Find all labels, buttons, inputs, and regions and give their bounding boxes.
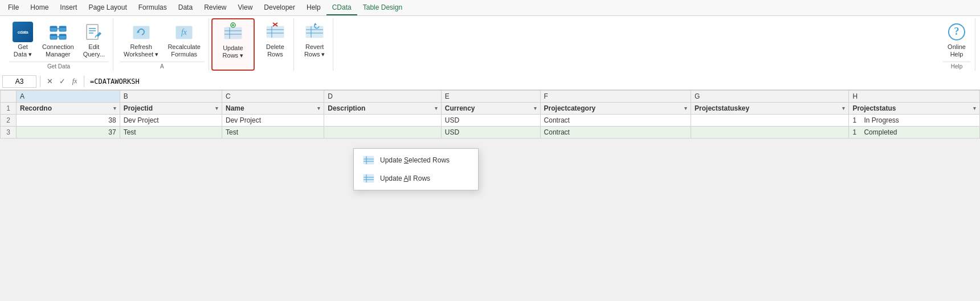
table-row: 2 38 Dev Project Dev Project USD Contrac… bbox=[1, 115, 980, 127]
formula-bar: ✕ ✓ fx bbox=[0, 73, 980, 90]
get-data-group: cdata GetData ▾ bbox=[5, 18, 113, 71]
cell-F1[interactable]: Projectcategory ▾ bbox=[540, 103, 691, 115]
svg-text:fx: fx bbox=[181, 28, 187, 36]
connection-manager-icon bbox=[48, 22, 68, 42]
delete-rows-button[interactable]: DeleteRows bbox=[262, 19, 289, 60]
svg-rect-8 bbox=[59, 34, 66, 36]
cell-F2[interactable]: Contract bbox=[540, 115, 691, 127]
delete-rows-group: DeleteRows bbox=[257, 18, 294, 71]
delete-rows-icon bbox=[265, 22, 285, 42]
ribbon-spacer bbox=[336, 18, 936, 71]
cell-G1[interactable]: Projectstatuskey ▾ bbox=[691, 103, 849, 115]
revert-rows-icon bbox=[304, 22, 325, 42]
svg-rect-1 bbox=[50, 26, 57, 28]
online-help-button[interactable]: ? OnlineHelp bbox=[943, 19, 970, 60]
cell-E3[interactable]: USD bbox=[441, 127, 540, 139]
svg-marker-36 bbox=[314, 23, 317, 25]
table-header-row: 1 Recordno ▾ Projectid ▾ Name ▾ Descript… bbox=[1, 103, 980, 115]
svg-rect-19 bbox=[224, 27, 242, 39]
col-header-H[interactable]: H bbox=[849, 91, 980, 103]
confirm-icon[interactable]: ✓ bbox=[56, 76, 68, 87]
table-row: 3 37 Test Test USD Contract 1 Completed bbox=[1, 127, 980, 139]
tab-cdata[interactable]: CData bbox=[326, 0, 357, 15]
cell-G3[interactable] bbox=[691, 127, 849, 139]
col-header-G[interactable]: G bbox=[691, 91, 849, 103]
tab-formulas[interactable]: Formulas bbox=[133, 0, 173, 15]
cell-E2[interactable]: USD bbox=[441, 115, 540, 127]
refresh-worksheet-icon bbox=[131, 22, 152, 42]
formula-bar-divider2 bbox=[84, 76, 84, 87]
get-data-icon: cdata bbox=[13, 22, 33, 42]
cell-B2[interactable]: Dev Project bbox=[120, 115, 222, 127]
cell-A2[interactable]: 38 bbox=[17, 115, 120, 127]
edit-query-button[interactable]: EditQuery... bbox=[80, 19, 108, 60]
svg-rect-15 bbox=[133, 26, 149, 39]
tab-table-design[interactable]: Table Design bbox=[357, 0, 408, 15]
update-rows-button[interactable]: UpdateRows ▾ bbox=[216, 21, 250, 62]
cell-reference-input[interactable] bbox=[2, 75, 36, 88]
ribbon: File Home Insert Page Layout Formulas Da… bbox=[0, 0, 980, 73]
recalculate-formulas-button[interactable]: fx RecalculateFormulas bbox=[164, 19, 203, 60]
recalculate-formulas-icon: fx bbox=[174, 22, 194, 42]
revert-rows-button[interactable]: RevertRows ▾ bbox=[301, 19, 329, 60]
cell-B1[interactable]: Projectid ▾ bbox=[120, 103, 222, 115]
cell-H1[interactable]: Projectstatus ▾ bbox=[849, 103, 980, 115]
col-header-B[interactable]: B bbox=[120, 91, 222, 103]
function-icon[interactable]: fx bbox=[69, 76, 80, 87]
cell-B3[interactable]: Test bbox=[120, 127, 222, 139]
cell-D1[interactable]: Description ▾ bbox=[324, 103, 442, 115]
ribbon-content: cdata GetData ▾ bbox=[0, 16, 980, 73]
svg-text:?: ? bbox=[954, 26, 959, 37]
cell-G2[interactable] bbox=[691, 115, 849, 127]
col-header-D[interactable]: D bbox=[324, 91, 442, 103]
cell-F3[interactable]: Contract bbox=[540, 127, 691, 139]
tab-home[interactable]: Home bbox=[24, 0, 54, 15]
svg-rect-6 bbox=[50, 34, 57, 36]
tab-review[interactable]: Review bbox=[198, 0, 232, 15]
cell-D2[interactable] bbox=[324, 115, 442, 127]
revert-rows-group: RevertRows ▾ bbox=[296, 18, 334, 71]
ribbon-tabs: File Home Insert Page Layout Formulas Da… bbox=[0, 0, 980, 16]
svg-rect-32 bbox=[306, 26, 323, 38]
cell-D3[interactable] bbox=[324, 127, 442, 139]
row-number-col-header bbox=[1, 91, 17, 103]
tab-help[interactable]: Help bbox=[301, 0, 326, 15]
tab-page-layout[interactable]: Page Layout bbox=[83, 0, 132, 15]
row-3-header: 3 bbox=[1, 127, 17, 139]
cell-C3[interactable]: Test bbox=[222, 127, 324, 139]
svg-rect-3 bbox=[59, 26, 66, 28]
tab-developer[interactable]: Developer bbox=[258, 0, 301, 15]
row-2-header: 2 bbox=[1, 115, 17, 127]
col-header-A[interactable]: A bbox=[17, 91, 120, 103]
edit-query-icon bbox=[84, 22, 104, 42]
cell-C2[interactable]: Dev Project bbox=[222, 115, 324, 127]
cell-H3[interactable]: 1 Completed bbox=[849, 127, 980, 139]
tab-data[interactable]: Data bbox=[173, 0, 198, 15]
cell-C1[interactable]: Name ▾ bbox=[222, 103, 324, 115]
cancel-icon[interactable]: ✕ bbox=[44, 76, 55, 87]
spreadsheet-table: A B C D E F G H 1 Recordno ▾ Projectid ▾ bbox=[0, 90, 980, 139]
column-headers-row: A B C D E F G H bbox=[1, 91, 980, 103]
refresh-worksheet-button[interactable]: RefreshWorksheet ▾ bbox=[120, 19, 162, 60]
svg-rect-26 bbox=[267, 26, 284, 38]
tab-view[interactable]: View bbox=[232, 0, 259, 15]
cell-H2[interactable]: 1 In Progress bbox=[849, 115, 980, 127]
col-header-E[interactable]: E bbox=[441, 91, 540, 103]
update-rows-group: UpdateRows ▾ bbox=[211, 18, 255, 71]
row-1-header: 1 bbox=[1, 103, 17, 115]
col-header-C[interactable]: C bbox=[222, 91, 324, 103]
get-data-button[interactable]: cdata GetData ▾ bbox=[9, 19, 36, 60]
cell-E1[interactable]: Currency ▾ bbox=[441, 103, 540, 115]
formula-bar-divider bbox=[40, 76, 40, 87]
col-header-F[interactable]: F bbox=[540, 91, 691, 103]
online-help-icon: ? bbox=[946, 22, 967, 42]
tab-insert[interactable]: Insert bbox=[54, 0, 83, 15]
formula-input[interactable] bbox=[88, 76, 978, 87]
cell-A3[interactable]: 37 bbox=[17, 127, 120, 139]
tab-file[interactable]: File bbox=[2, 0, 24, 15]
connection-manager-button[interactable]: ConnectionManager bbox=[39, 19, 77, 60]
svg-rect-10 bbox=[87, 25, 98, 39]
spreadsheet: A B C D E F G H 1 Recordno ▾ Projectid ▾ bbox=[0, 90, 980, 139]
update-rows-icon bbox=[223, 23, 243, 43]
cell-A1[interactable]: Recordno ▾ bbox=[17, 103, 120, 115]
